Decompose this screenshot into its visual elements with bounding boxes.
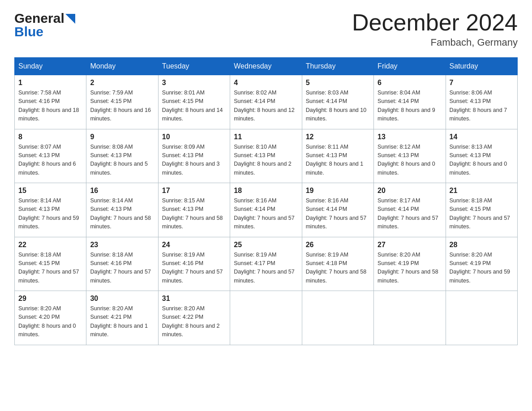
sunrise-label: Sunrise: 8:20 AM bbox=[18, 305, 61, 312]
sunset-label: Sunset: 4:19 PM bbox=[378, 260, 419, 266]
day-info: Sunrise: 8:20 AM Sunset: 4:19 PM Dayligh… bbox=[378, 251, 442, 286]
day-number: 30 bbox=[90, 295, 154, 303]
col-tuesday: Tuesday bbox=[158, 58, 230, 75]
daylight-label: Daylight: 8 hours and 6 minutes. bbox=[18, 161, 76, 176]
day-info: Sunrise: 8:10 AM Sunset: 4:13 PM Dayligh… bbox=[234, 143, 298, 178]
table-row: 19 Sunrise: 8:16 AM Sunset: 4:14 PM Dayl… bbox=[302, 183, 373, 237]
sunrise-label: Sunrise: 8:12 AM bbox=[378, 144, 420, 150]
daylight-label: Daylight: 7 hours and 59 minutes. bbox=[450, 269, 511, 283]
table-row: 13 Sunrise: 8:12 AM Sunset: 4:13 PM Dayl… bbox=[374, 129, 446, 183]
table-row: 25 Sunrise: 8:19 AM Sunset: 4:17 PM Dayl… bbox=[230, 237, 302, 291]
table-row: 30 Sunrise: 8:20 AM Sunset: 4:21 PM Dayl… bbox=[86, 291, 158, 345]
day-info: Sunrise: 8:19 AM Sunset: 4:16 PM Dayligh… bbox=[162, 251, 226, 286]
table-row: 9 Sunrise: 8:08 AM Sunset: 4:13 PM Dayli… bbox=[86, 129, 158, 183]
logo-blue: Blue bbox=[14, 24, 43, 39]
col-wednesday: Wednesday bbox=[230, 58, 302, 75]
logo-general: General bbox=[14, 11, 64, 26]
daylight-label: Daylight: 8 hours and 9 minutes. bbox=[378, 107, 435, 122]
day-info: Sunrise: 8:04 AM Sunset: 4:14 PM Dayligh… bbox=[378, 89, 442, 124]
col-friday: Friday bbox=[374, 58, 446, 75]
calendar-week-row: 1 Sunrise: 7:58 AM Sunset: 4:16 PM Dayli… bbox=[15, 75, 518, 129]
calendar-week-row: 22 Sunrise: 8:18 AM Sunset: 4:15 PM Dayl… bbox=[15, 237, 518, 291]
day-number: 25 bbox=[234, 241, 298, 249]
day-info: Sunrise: 8:14 AM Sunset: 4:13 PM Dayligh… bbox=[90, 197, 154, 231]
day-info: Sunrise: 8:08 AM Sunset: 4:13 PM Dayligh… bbox=[90, 143, 154, 178]
day-info: Sunrise: 8:18 AM Sunset: 4:15 PM Dayligh… bbox=[18, 251, 82, 286]
sunset-label: Sunset: 4:14 PM bbox=[234, 206, 275, 212]
table-row bbox=[446, 291, 517, 345]
page-title: December 2024 bbox=[352, 11, 518, 34]
sunset-label: Sunset: 4:14 PM bbox=[306, 98, 347, 104]
table-row: 2 Sunrise: 7:59 AM Sunset: 4:15 PM Dayli… bbox=[86, 75, 158, 129]
day-number: 3 bbox=[162, 79, 226, 87]
sunset-label: Sunset: 4:21 PM bbox=[90, 314, 131, 320]
day-info: Sunrise: 8:01 AM Sunset: 4:15 PM Dayligh… bbox=[162, 89, 226, 124]
sunset-label: Sunset: 4:22 PM bbox=[162, 314, 203, 320]
table-row bbox=[302, 291, 373, 345]
sunrise-label: Sunrise: 8:17 AM bbox=[378, 197, 420, 204]
day-number: 11 bbox=[234, 133, 298, 141]
daylight-label: Daylight: 7 hours and 57 minutes. bbox=[450, 215, 511, 230]
daylight-label: Daylight: 7 hours and 57 minutes. bbox=[306, 215, 367, 230]
sunrise-label: Sunrise: 8:14 AM bbox=[90, 197, 133, 204]
calendar-table: Sunday Monday Tuesday Wednesday Thursday… bbox=[14, 57, 518, 345]
day-info: Sunrise: 8:15 AM Sunset: 4:13 PM Dayligh… bbox=[162, 197, 226, 231]
table-row: 23 Sunrise: 8:18 AM Sunset: 4:16 PM Dayl… bbox=[86, 237, 158, 291]
day-info: Sunrise: 8:02 AM Sunset: 4:14 PM Dayligh… bbox=[234, 89, 298, 124]
day-info: Sunrise: 8:06 AM Sunset: 4:13 PM Dayligh… bbox=[450, 89, 514, 124]
day-number: 31 bbox=[162, 295, 226, 303]
sunset-label: Sunset: 4:13 PM bbox=[234, 152, 275, 158]
sunset-label: Sunset: 4:14 PM bbox=[306, 206, 347, 212]
table-row: 14 Sunrise: 8:13 AM Sunset: 4:13 PM Dayl… bbox=[446, 129, 517, 183]
col-saturday: Saturday bbox=[446, 58, 517, 75]
table-row bbox=[230, 291, 302, 345]
table-row: 17 Sunrise: 8:15 AM Sunset: 4:13 PM Dayl… bbox=[158, 183, 230, 237]
daylight-label: Daylight: 7 hours and 57 minutes. bbox=[90, 269, 151, 283]
day-number: 28 bbox=[450, 241, 514, 249]
day-info: Sunrise: 8:18 AM Sunset: 4:16 PM Dayligh… bbox=[90, 251, 154, 286]
sunset-label: Sunset: 4:13 PM bbox=[90, 152, 131, 158]
day-number: 22 bbox=[18, 241, 82, 249]
daylight-label: Daylight: 7 hours and 57 minutes. bbox=[234, 269, 295, 283]
sunset-label: Sunset: 4:15 PM bbox=[162, 98, 203, 104]
day-number: 12 bbox=[306, 133, 370, 141]
daylight-label: Daylight: 7 hours and 57 minutes. bbox=[234, 215, 295, 230]
sunset-label: Sunset: 4:13 PM bbox=[450, 98, 491, 104]
daylight-label: Daylight: 7 hours and 58 minutes. bbox=[162, 215, 223, 230]
logo-text-block: General Blue bbox=[14, 11, 75, 39]
table-row: 4 Sunrise: 8:02 AM Sunset: 4:14 PM Dayli… bbox=[230, 75, 302, 129]
sunset-label: Sunset: 4:13 PM bbox=[18, 152, 60, 158]
day-number: 24 bbox=[162, 241, 226, 249]
daylight-label: Daylight: 8 hours and 12 minutes. bbox=[234, 107, 295, 122]
sunrise-label: Sunrise: 8:20 AM bbox=[378, 252, 420, 258]
day-number: 29 bbox=[18, 295, 82, 303]
daylight-label: Daylight: 8 hours and 1 minute. bbox=[306, 161, 364, 176]
sunrise-label: Sunrise: 8:14 AM bbox=[18, 197, 61, 204]
sunset-label: Sunset: 4:16 PM bbox=[18, 98, 60, 104]
sunset-label: Sunset: 4:13 PM bbox=[90, 206, 131, 212]
daylight-label: Daylight: 7 hours and 57 minutes. bbox=[162, 269, 223, 283]
table-row: 18 Sunrise: 8:16 AM Sunset: 4:14 PM Dayl… bbox=[230, 183, 302, 237]
sunrise-label: Sunrise: 8:19 AM bbox=[306, 252, 348, 258]
sunset-label: Sunset: 4:14 PM bbox=[378, 98, 419, 104]
day-info: Sunrise: 8:20 AM Sunset: 4:21 PM Dayligh… bbox=[90, 304, 154, 339]
sunset-label: Sunset: 4:18 PM bbox=[306, 260, 347, 266]
sunrise-label: Sunrise: 8:18 AM bbox=[18, 252, 61, 258]
sunrise-label: Sunrise: 8:18 AM bbox=[90, 252, 133, 258]
daylight-label: Daylight: 7 hours and 58 minutes. bbox=[90, 215, 151, 230]
table-row: 5 Sunrise: 8:03 AM Sunset: 4:14 PM Dayli… bbox=[302, 75, 373, 129]
sunrise-label: Sunrise: 8:20 AM bbox=[162, 305, 205, 312]
day-number: 21 bbox=[450, 187, 514, 195]
day-number: 9 bbox=[90, 133, 154, 141]
day-info: Sunrise: 8:19 AM Sunset: 4:18 PM Dayligh… bbox=[306, 251, 370, 286]
day-number: 13 bbox=[378, 133, 442, 141]
daylight-label: Daylight: 7 hours and 59 minutes. bbox=[18, 215, 79, 230]
day-number: 5 bbox=[306, 79, 370, 87]
day-info: Sunrise: 8:20 AM Sunset: 4:20 PM Dayligh… bbox=[18, 304, 82, 339]
day-number: 23 bbox=[90, 241, 154, 249]
table-row: 24 Sunrise: 8:19 AM Sunset: 4:16 PM Dayl… bbox=[158, 237, 230, 291]
daylight-label: Daylight: 8 hours and 14 minutes. bbox=[162, 107, 223, 122]
table-row: 26 Sunrise: 8:19 AM Sunset: 4:18 PM Dayl… bbox=[302, 237, 373, 291]
table-row: 20 Sunrise: 8:17 AM Sunset: 4:14 PM Dayl… bbox=[374, 183, 446, 237]
day-number: 4 bbox=[234, 79, 298, 87]
